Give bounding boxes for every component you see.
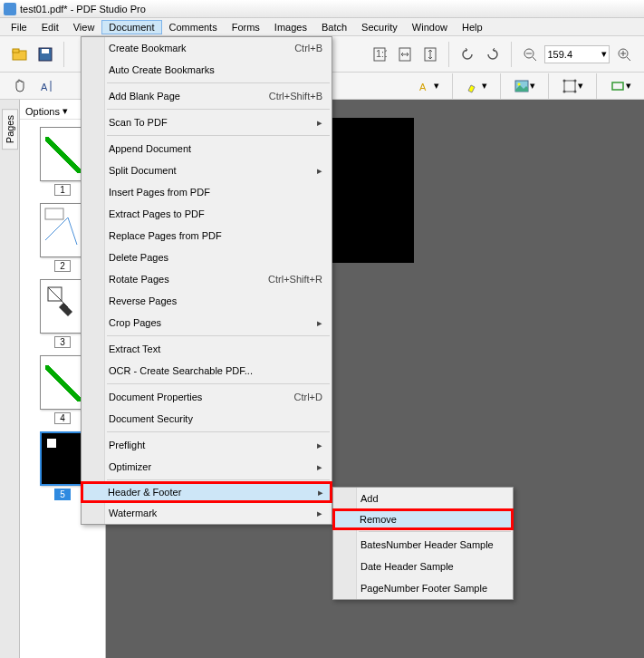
- menuitem-add-blank-page[interactable]: Add Blank PageCtrl+Shift+B: [82, 85, 332, 107]
- submenuitem-date-header-sample[interactable]: Date Header Sample: [333, 556, 513, 577]
- window-title: test01.pdf* - PDF Studio Pro: [20, 4, 146, 15]
- menuitem-extract-pages-to-pdf[interactable]: Extract Pages to PDF: [82, 203, 332, 225]
- menuitem-document-properties[interactable]: Document PropertiesCtrl+D: [82, 386, 332, 408]
- app-icon: [4, 3, 16, 15]
- chevron-right-icon: ▸: [317, 317, 322, 329]
- fit-width-button[interactable]: [394, 44, 416, 65]
- menu-edit[interactable]: Edit: [34, 20, 66, 34]
- chevron-right-icon: ▸: [318, 487, 323, 498]
- menu-help[interactable]: Help: [455, 20, 490, 34]
- menuitem-preflight[interactable]: Preflight▸: [82, 434, 332, 456]
- menu-view[interactable]: View: [66, 20, 102, 34]
- menu-batch[interactable]: Batch: [314, 20, 354, 34]
- menuitem-delete-pages[interactable]: Delete Pages: [82, 247, 332, 268]
- menu-document[interactable]: Document: [101, 20, 161, 34]
- title-bar: test01.pdf* - PDF Studio Pro: [0, 0, 644, 18]
- svg-rect-3: [42, 49, 49, 53]
- menu-forms[interactable]: Forms: [225, 20, 267, 34]
- save-button[interactable]: [34, 44, 56, 65]
- svg-point-24: [574, 90, 577, 92]
- menu-security[interactable]: Security: [354, 20, 405, 34]
- rotate-ccw-button[interactable]: [457, 44, 478, 65]
- menuitem-replace-pages-from-pdf[interactable]: Replace Pages from PDF: [82, 225, 332, 247]
- svg-text:A: A: [41, 82, 48, 92]
- svg-rect-20: [564, 81, 575, 92]
- menuitem-ocr-create-searchable-pdf-[interactable]: OCR - Create Searchable PDF...: [82, 360, 332, 382]
- header-footer-submenu: AddRemoveBatesNumber Header SampleDate H…: [332, 487, 514, 600]
- fit-page-button[interactable]: 1:1: [369, 44, 390, 65]
- submenuitem-pagenumber-footer-sample[interactable]: PageNumber Footer Sample: [333, 577, 513, 599]
- svg-point-21: [563, 79, 566, 82]
- svg-rect-1: [13, 49, 19, 53]
- chevron-down-icon: ▾: [578, 80, 583, 92]
- zoom-out-button[interactable]: [519, 44, 541, 65]
- svg-text:1:1: 1:1: [376, 48, 387, 59]
- menuitem-split-document[interactable]: Split Document▸: [82, 160, 332, 181]
- svg-rect-25: [612, 82, 623, 90]
- chevron-down-icon: ▾: [434, 80, 439, 92]
- menuitem-insert-pages-from-pdf[interactable]: Insert Pages from PDF: [82, 181, 332, 203]
- chevron-right-icon: ▸: [317, 461, 322, 473]
- menuitem-rotate-pages[interactable]: Rotate PagesCtrl+Shift+R: [82, 268, 332, 290]
- chevron-right-icon: ▸: [317, 117, 322, 129]
- zoom-input[interactable]: 159.4▾: [544, 45, 610, 63]
- menu-comments[interactable]: Comments: [162, 20, 225, 34]
- svg-rect-26: [45, 208, 63, 219]
- zoom-in-button[interactable]: [613, 44, 635, 65]
- chevron-down-icon: ▾: [530, 80, 535, 92]
- stamp-button[interactable]: ▾: [606, 75, 635, 97]
- menu-bar: FileEditViewDocumentCommentsFormsImagesB…: [0, 18, 644, 36]
- menu-file[interactable]: File: [4, 20, 34, 34]
- menuitem-document-security[interactable]: Document Security: [82, 408, 332, 430]
- image-tool-button[interactable]: ▾: [510, 75, 539, 97]
- fit-height-button[interactable]: [419, 44, 441, 65]
- chevron-down-icon: ▾: [482, 80, 487, 92]
- highlight-button[interactable]: ▾: [462, 75, 491, 97]
- text-select-button[interactable]: A: [36, 75, 58, 97]
- submenuitem-batesnumber-header-sample[interactable]: BatesNumber Header Sample: [333, 534, 513, 556]
- svg-text:A: A: [419, 82, 427, 92]
- menu-window[interactable]: Window: [405, 20, 455, 34]
- shape-tool-button[interactable]: ▾: [558, 75, 587, 97]
- menuitem-header-footer[interactable]: Header & Footer▸: [81, 481, 332, 503]
- chevron-right-icon: ▸: [317, 165, 322, 177]
- chevron-down-icon: ▾: [62, 105, 68, 117]
- document-menu: Create BookmarkCtrl+BAuto Create Bookmar…: [81, 36, 332, 525]
- menuitem-crop-pages[interactable]: Crop Pages▸: [82, 312, 332, 334]
- annotate-text-button[interactable]: A▾: [414, 75, 443, 97]
- svg-line-9: [533, 57, 536, 61]
- chevron-right-icon: ▸: [317, 440, 322, 451]
- submenuitem-remove[interactable]: Remove: [332, 508, 514, 530]
- rotate-cw-button[interactable]: [482, 44, 504, 65]
- menuitem-create-bookmark[interactable]: Create BookmarkCtrl+B: [82, 37, 332, 59]
- chevron-down-icon: ▾: [626, 80, 631, 92]
- menuitem-append-document[interactable]: Append Document: [82, 138, 332, 160]
- svg-point-23: [563, 90, 566, 92]
- pages-tab[interactable]: Pages: [2, 109, 18, 150]
- submenuitem-add[interactable]: Add: [333, 488, 513, 509]
- open-button[interactable]: [9, 44, 31, 65]
- menu-images[interactable]: Images: [267, 20, 314, 34]
- menuitem-scan-to-pdf[interactable]: Scan To PDF▸: [82, 111, 332, 133]
- svg-line-12: [627, 57, 630, 61]
- menuitem-reverse-pages[interactable]: Reverse Pages: [82, 290, 332, 312]
- menuitem-optimizer[interactable]: Optimizer▸: [82, 456, 332, 478]
- hand-tool-button[interactable]: [9, 75, 31, 97]
- svg-point-22: [574, 79, 577, 82]
- side-tabs: Pages: [0, 100, 20, 658]
- chevron-down-icon: ▾: [601, 48, 607, 60]
- menuitem-watermark[interactable]: Watermark▸: [82, 502, 332, 524]
- menuitem-extract-text[interactable]: Extract Text: [82, 338, 332, 360]
- chevron-right-icon: ▸: [317, 508, 322, 519]
- menuitem-auto-create-bookmarks[interactable]: Auto Create Bookmarks: [82, 59, 332, 81]
